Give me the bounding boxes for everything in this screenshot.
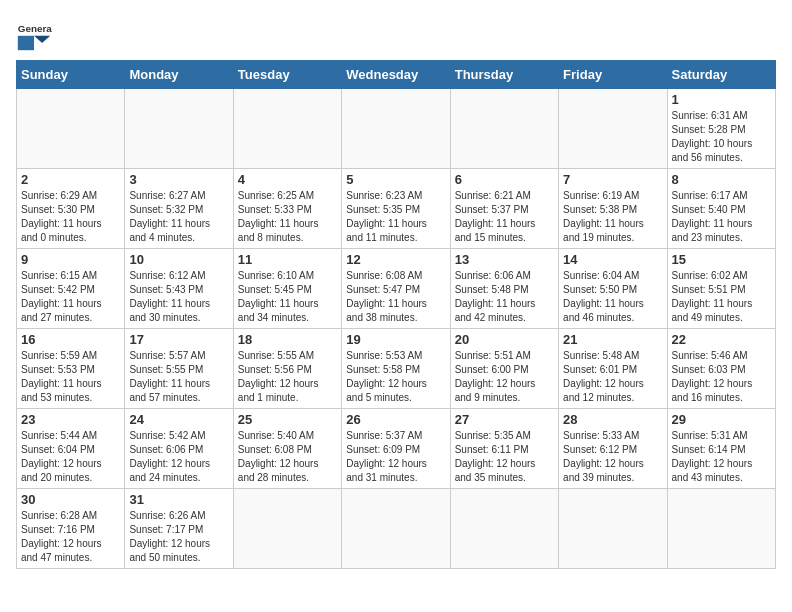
day-info: Sunrise: 6:19 AM Sunset: 5:38 PM Dayligh… [563,189,662,245]
page-header: General [16,16,776,52]
day-number: 8 [672,172,771,187]
day-number: 28 [563,412,662,427]
calendar-day-cell: 3Sunrise: 6:27 AM Sunset: 5:32 PM Daylig… [125,169,233,249]
calendar-day-cell [450,489,558,569]
day-number: 1 [672,92,771,107]
day-number: 30 [21,492,120,507]
day-info: Sunrise: 5:42 AM Sunset: 6:06 PM Dayligh… [129,429,228,485]
calendar-day-cell: 15Sunrise: 6:02 AM Sunset: 5:51 PM Dayli… [667,249,775,329]
day-info: Sunrise: 6:26 AM Sunset: 7:17 PM Dayligh… [129,509,228,565]
calendar-day-cell: 29Sunrise: 5:31 AM Sunset: 6:14 PM Dayli… [667,409,775,489]
calendar-day-cell: 4Sunrise: 6:25 AM Sunset: 5:33 PM Daylig… [233,169,341,249]
day-info: Sunrise: 6:28 AM Sunset: 7:16 PM Dayligh… [21,509,120,565]
day-number: 5 [346,172,445,187]
day-info: Sunrise: 5:37 AM Sunset: 6:09 PM Dayligh… [346,429,445,485]
day-number: 31 [129,492,228,507]
calendar-day-cell [342,489,450,569]
calendar-week-row: 1Sunrise: 6:31 AM Sunset: 5:28 PM Daylig… [17,89,776,169]
calendar-day-cell [125,89,233,169]
day-info: Sunrise: 5:57 AM Sunset: 5:55 PM Dayligh… [129,349,228,405]
calendar-day-cell: 2Sunrise: 6:29 AM Sunset: 5:30 PM Daylig… [17,169,125,249]
calendar-day-cell: 8Sunrise: 6:17 AM Sunset: 5:40 PM Daylig… [667,169,775,249]
day-of-week-header: Thursday [450,61,558,89]
day-info: Sunrise: 5:44 AM Sunset: 6:04 PM Dayligh… [21,429,120,485]
day-info: Sunrise: 6:23 AM Sunset: 5:35 PM Dayligh… [346,189,445,245]
day-info: Sunrise: 6:31 AM Sunset: 5:28 PM Dayligh… [672,109,771,165]
calendar-day-cell: 16Sunrise: 5:59 AM Sunset: 5:53 PM Dayli… [17,329,125,409]
day-number: 26 [346,412,445,427]
calendar-week-row: 30Sunrise: 6:28 AM Sunset: 7:16 PM Dayli… [17,489,776,569]
day-info: Sunrise: 6:12 AM Sunset: 5:43 PM Dayligh… [129,269,228,325]
day-info: Sunrise: 5:33 AM Sunset: 6:12 PM Dayligh… [563,429,662,485]
day-of-week-header: Friday [559,61,667,89]
calendar-week-row: 23Sunrise: 5:44 AM Sunset: 6:04 PM Dayli… [17,409,776,489]
day-of-week-header: Saturday [667,61,775,89]
day-number: 16 [21,332,120,347]
calendar-day-cell: 6Sunrise: 6:21 AM Sunset: 5:37 PM Daylig… [450,169,558,249]
day-number: 7 [563,172,662,187]
day-number: 14 [563,252,662,267]
calendar-day-cell: 10Sunrise: 6:12 AM Sunset: 5:43 PM Dayli… [125,249,233,329]
calendar-day-cell: 1Sunrise: 6:31 AM Sunset: 5:28 PM Daylig… [667,89,775,169]
calendar-day-cell: 13Sunrise: 6:06 AM Sunset: 5:48 PM Dayli… [450,249,558,329]
day-number: 23 [21,412,120,427]
calendar-day-cell [233,89,341,169]
day-info: Sunrise: 5:46 AM Sunset: 6:03 PM Dayligh… [672,349,771,405]
calendar-week-row: 9Sunrise: 6:15 AM Sunset: 5:42 PM Daylig… [17,249,776,329]
day-number: 11 [238,252,337,267]
calendar-day-cell [667,489,775,569]
day-info: Sunrise: 5:40 AM Sunset: 6:08 PM Dayligh… [238,429,337,485]
calendar-day-cell [233,489,341,569]
calendar-day-cell: 19Sunrise: 5:53 AM Sunset: 5:58 PM Dayli… [342,329,450,409]
day-of-week-header: Wednesday [342,61,450,89]
day-number: 3 [129,172,228,187]
calendar-day-cell: 30Sunrise: 6:28 AM Sunset: 7:16 PM Dayli… [17,489,125,569]
day-info: Sunrise: 6:27 AM Sunset: 5:32 PM Dayligh… [129,189,228,245]
calendar-day-cell: 23Sunrise: 5:44 AM Sunset: 6:04 PM Dayli… [17,409,125,489]
calendar-day-cell: 22Sunrise: 5:46 AM Sunset: 6:03 PM Dayli… [667,329,775,409]
svg-marker-2 [34,36,50,43]
day-number: 20 [455,332,554,347]
calendar-day-cell: 25Sunrise: 5:40 AM Sunset: 6:08 PM Dayli… [233,409,341,489]
calendar-day-cell [342,89,450,169]
day-number: 22 [672,332,771,347]
calendar-header-row: SundayMondayTuesdayWednesdayThursdayFrid… [17,61,776,89]
calendar-day-cell: 31Sunrise: 6:26 AM Sunset: 7:17 PM Dayli… [125,489,233,569]
day-number: 24 [129,412,228,427]
day-of-week-header: Tuesday [233,61,341,89]
day-info: Sunrise: 6:25 AM Sunset: 5:33 PM Dayligh… [238,189,337,245]
calendar-day-cell: 7Sunrise: 6:19 AM Sunset: 5:38 PM Daylig… [559,169,667,249]
day-number: 17 [129,332,228,347]
day-number: 18 [238,332,337,347]
day-number: 4 [238,172,337,187]
day-number: 27 [455,412,554,427]
generalblue-logo-icon: General [16,16,52,52]
calendar-day-cell: 12Sunrise: 6:08 AM Sunset: 5:47 PM Dayli… [342,249,450,329]
svg-marker-1 [18,36,34,50]
calendar-day-cell: 27Sunrise: 5:35 AM Sunset: 6:11 PM Dayli… [450,409,558,489]
day-number: 21 [563,332,662,347]
logo: General [16,16,58,52]
day-info: Sunrise: 6:06 AM Sunset: 5:48 PM Dayligh… [455,269,554,325]
day-info: Sunrise: 5:51 AM Sunset: 6:00 PM Dayligh… [455,349,554,405]
day-number: 25 [238,412,337,427]
day-number: 15 [672,252,771,267]
day-info: Sunrise: 6:02 AM Sunset: 5:51 PM Dayligh… [672,269,771,325]
day-of-week-header: Sunday [17,61,125,89]
calendar-day-cell: 14Sunrise: 6:04 AM Sunset: 5:50 PM Dayli… [559,249,667,329]
day-number: 29 [672,412,771,427]
day-info: Sunrise: 6:29 AM Sunset: 5:30 PM Dayligh… [21,189,120,245]
day-info: Sunrise: 6:08 AM Sunset: 5:47 PM Dayligh… [346,269,445,325]
day-info: Sunrise: 5:35 AM Sunset: 6:11 PM Dayligh… [455,429,554,485]
day-number: 13 [455,252,554,267]
calendar-day-cell [559,89,667,169]
svg-text:General: General [18,23,52,34]
calendar-day-cell [17,89,125,169]
day-info: Sunrise: 5:59 AM Sunset: 5:53 PM Dayligh… [21,349,120,405]
calendar-day-cell: 5Sunrise: 6:23 AM Sunset: 5:35 PM Daylig… [342,169,450,249]
day-number: 2 [21,172,120,187]
calendar-week-row: 2Sunrise: 6:29 AM Sunset: 5:30 PM Daylig… [17,169,776,249]
day-info: Sunrise: 5:31 AM Sunset: 6:14 PM Dayligh… [672,429,771,485]
calendar-day-cell [559,489,667,569]
day-info: Sunrise: 6:21 AM Sunset: 5:37 PM Dayligh… [455,189,554,245]
